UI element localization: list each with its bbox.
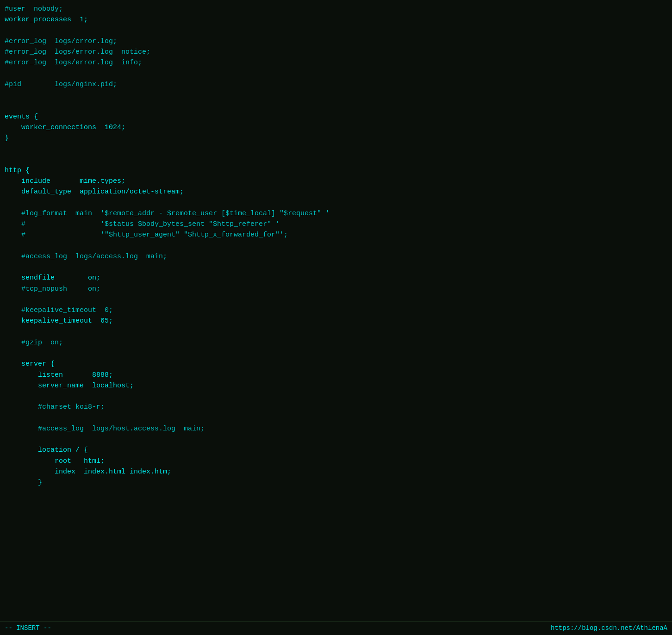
code-line: [5, 348, 672, 359]
code-line: }: [5, 477, 672, 488]
code-line: sendfile on;: [5, 273, 672, 283]
code-line: http {: [5, 165, 672, 176]
code-line: server {: [5, 359, 672, 369]
code-line: [5, 68, 672, 79]
code-line: [5, 413, 672, 423]
code-line: server_name localhost;: [5, 380, 672, 391]
code-line: root html;: [5, 456, 672, 467]
code-line: #keepalive_timeout 0;: [5, 305, 672, 316]
code-line: index index.html index.htm;: [5, 467, 672, 477]
code-line: events {: [5, 112, 672, 122]
blog-url: https://blog.csdn.net/AthlenaA: [551, 623, 667, 633]
code-line: [5, 391, 672, 402]
code-line: [5, 294, 672, 305]
code-line: #error_log logs/error.log notice;: [5, 47, 672, 57]
code-line: #user nobody;: [5, 4, 672, 14]
code-line: [5, 90, 672, 100]
code-line: [5, 198, 672, 208]
code-line: #error_log logs/error.log info;: [5, 57, 672, 68]
code-line: }: [5, 133, 672, 143]
code-line: [5, 25, 672, 36]
code-line: [5, 143, 672, 154]
code-line: [5, 434, 672, 445]
code-line: #charset koi8-r;: [5, 402, 672, 412]
code-area[interactable]: #user nobody;worker_processes 1; #error_…: [0, 0, 672, 621]
lines-container: #user nobody;worker_processes 1; #error_…: [5, 4, 672, 499]
code-line: #gzip on;: [5, 337, 672, 348]
code-line: location / {: [5, 445, 672, 455]
code-line: include mime.types;: [5, 176, 672, 187]
code-line: # '"$http_user_agent" "$http_x_forwarded…: [5, 230, 672, 240]
code-line: [5, 262, 672, 273]
code-line: #error_log logs/error.log;: [5, 36, 672, 47]
code-line: #tcp_nopush on;: [5, 284, 672, 294]
code-line: default_type application/octet-stream;: [5, 187, 672, 197]
code-line: [5, 155, 672, 165]
code-line: [5, 241, 672, 251]
code-line: [5, 327, 672, 337]
editor-container: #user nobody;worker_processes 1; #error_…: [0, 0, 672, 635]
code-line: #log_format main '$remote_addr - $remote…: [5, 208, 672, 219]
insert-mode-indicator: -- INSERT --: [5, 623, 51, 633]
code-line: keepalive_timeout 65;: [5, 316, 672, 326]
code-line: [5, 488, 672, 498]
status-bar: -- INSERT -- https://blog.csdn.net/Athle…: [0, 621, 672, 635]
code-line: # '$status $body_bytes_sent "$http_refer…: [5, 219, 672, 230]
code-line: #pid logs/nginx.pid;: [5, 79, 672, 90]
code-line: worker_connections 1024;: [5, 122, 672, 133]
code-line: #access_log logs/access.log main;: [5, 251, 672, 262]
code-line: #access_log logs/host.access.log main;: [5, 423, 672, 434]
code-line: listen 8888;: [5, 370, 672, 380]
code-line: [5, 100, 672, 111]
code-line: worker_processes 1;: [5, 14, 672, 25]
